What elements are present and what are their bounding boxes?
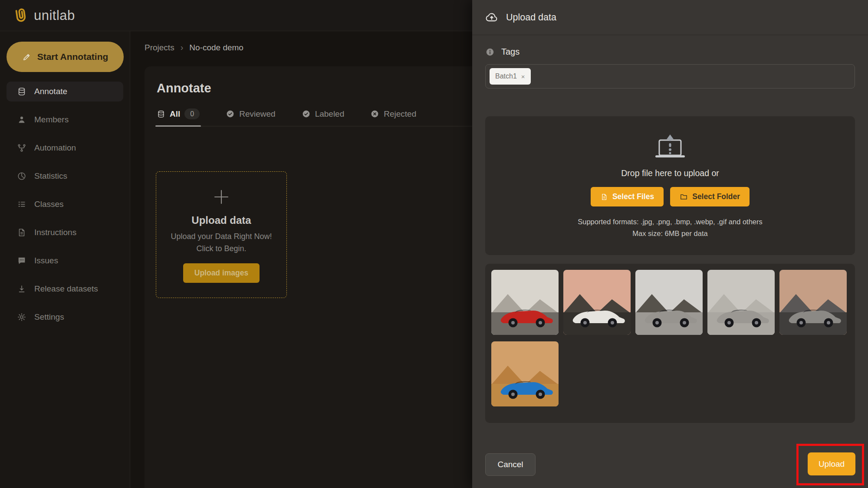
- file-icon: [600, 193, 608, 201]
- sidebar: Start Annotating Annotate Members Automa…: [0, 31, 130, 488]
- check-circle-icon: [302, 109, 311, 118]
- select-folder-label: Select Folder: [692, 192, 740, 201]
- laptop-upload-icon: [653, 134, 687, 162]
- sidebar-item-label: Release datasets: [34, 284, 98, 294]
- dropzone-prompt: Drop file here to upload or: [621, 168, 719, 178]
- pie-chart-icon: [17, 171, 26, 181]
- pencil-icon: [22, 52, 31, 62]
- tags-input[interactable]: Batch1 ×: [485, 64, 855, 88]
- car-photo-thumbnail: [779, 270, 847, 335]
- car-photo-thumbnail: [491, 341, 559, 406]
- unitlab-paperclip-icon: [13, 7, 29, 24]
- tab-label: Labeled: [315, 109, 345, 119]
- sidebar-item-label: Issues: [34, 256, 58, 265]
- panel-title: Upload data: [506, 12, 556, 23]
- sidebar-item-label: Annotate: [34, 87, 67, 96]
- tags-label: Tags: [501, 47, 519, 57]
- sidebar-item-label: Instructions: [34, 228, 76, 237]
- select-folder-button[interactable]: Select Folder: [670, 187, 750, 206]
- list-icon: [17, 200, 26, 209]
- sidebar-item-settings[interactable]: Settings: [7, 307, 123, 327]
- tab-labeled[interactable]: Labeled: [302, 108, 345, 119]
- upload-preview-grid: [485, 264, 855, 423]
- select-files-label: Select Files: [612, 192, 654, 201]
- sidebar-nav: Annotate Members Automation Statistics: [7, 82, 123, 327]
- sidebar-item-statistics[interactable]: Statistics: [7, 166, 123, 186]
- tab-rejected[interactable]: Rejected: [370, 108, 416, 119]
- start-annotating-label: Start Annotating: [37, 52, 108, 62]
- unitlab-logo[interactable]: unitlab: [13, 7, 75, 24]
- database-icon: [17, 87, 26, 96]
- upload-data-dropzone-card[interactable]: Upload data Upload your Data Right Now! …: [156, 171, 287, 298]
- car-photo-thumbnail: [563, 270, 631, 335]
- logo-text: unitlab: [34, 8, 75, 23]
- car-photo-thumbnail: [635, 270, 703, 335]
- folder-icon: [680, 193, 688, 201]
- tags-label-row: Tags: [485, 47, 519, 57]
- upload-data-panel: Upload data Tags Batch1 ×: [472, 0, 868, 488]
- check-circle-icon: [226, 109, 235, 118]
- sidebar-item-automation[interactable]: Automation: [7, 138, 123, 158]
- database-icon: [157, 110, 165, 118]
- cancel-button[interactable]: Cancel: [485, 453, 536, 476]
- x-circle-icon: [370, 109, 379, 118]
- sidebar-item-classes[interactable]: Classes: [7, 194, 123, 214]
- tab-label: Reviewed: [239, 109, 275, 119]
- panel-header: Upload data: [472, 0, 868, 35]
- supported-formats-text: Supported formats: .jpg, .png, .bmp, .we…: [578, 218, 763, 226]
- start-annotating-button[interactable]: Start Annotating: [7, 42, 124, 72]
- upload-images-button[interactable]: Upload images: [183, 263, 260, 283]
- file-dropzone[interactable]: Drop file here to upload or Select Files…: [485, 116, 855, 255]
- car-photo-thumbnail: [491, 270, 559, 335]
- sidebar-item-label: Automation: [34, 143, 76, 153]
- tab-all[interactable]: All 0: [157, 108, 200, 119]
- info-icon[interactable]: [485, 47, 495, 57]
- sidebar-item-release-datasets[interactable]: Release datasets: [7, 279, 123, 299]
- gear-icon: [17, 312, 26, 322]
- sidebar-item-label: Statistics: [34, 171, 67, 181]
- breadcrumb-projects-link[interactable]: Projects: [145, 43, 174, 52]
- sidebar-item-members[interactable]: Members: [7, 110, 123, 130]
- select-files-button[interactable]: Select Files: [591, 187, 664, 206]
- sidebar-item-label: Settings: [34, 312, 64, 322]
- breadcrumb-current: No-code demo: [189, 43, 243, 52]
- sidebar-item-instructions[interactable]: Instructions: [7, 223, 123, 242]
- person-icon: [17, 115, 26, 124]
- empty-state-line2: Click to Begin.: [196, 243, 246, 255]
- sidebar-item-annotate[interactable]: Annotate: [7, 82, 123, 102]
- tag-chip-text: Batch1: [495, 72, 517, 80]
- empty-state-title: Upload data: [191, 214, 251, 226]
- empty-state-line1: Upload your Data Right Now!: [171, 231, 272, 243]
- car-photo-thumbnail: [707, 270, 775, 335]
- branch-icon: [17, 143, 26, 153]
- app-root: unitlab Start Annotating Annotate Member…: [0, 0, 868, 488]
- tab-label: Rejected: [384, 109, 416, 119]
- dropzone-buttons: Select Files Select Folder: [591, 187, 750, 206]
- tab-label: All: [170, 109, 180, 119]
- chat-bubble-icon: [17, 256, 26, 265]
- tab-reviewed[interactable]: Reviewed: [226, 108, 275, 119]
- document-icon: [17, 228, 26, 237]
- max-size-text: Max size: 6MB per data: [632, 229, 707, 238]
- tab-all-count-badge: 0: [184, 108, 200, 119]
- plus-icon: [211, 187, 232, 207]
- cloud-upload-icon: [485, 11, 498, 24]
- sidebar-item-label: Members: [34, 115, 69, 124]
- sidebar-item-label: Classes: [34, 200, 64, 209]
- tag-chip-batch1: Batch1 ×: [490, 68, 531, 85]
- chevron-right-icon: ›: [181, 43, 184, 52]
- download-icon: [17, 284, 26, 294]
- upload-button[interactable]: Upload: [808, 452, 855, 475]
- tag-remove-icon[interactable]: ×: [521, 73, 525, 80]
- sidebar-item-issues[interactable]: Issues: [7, 251, 123, 271]
